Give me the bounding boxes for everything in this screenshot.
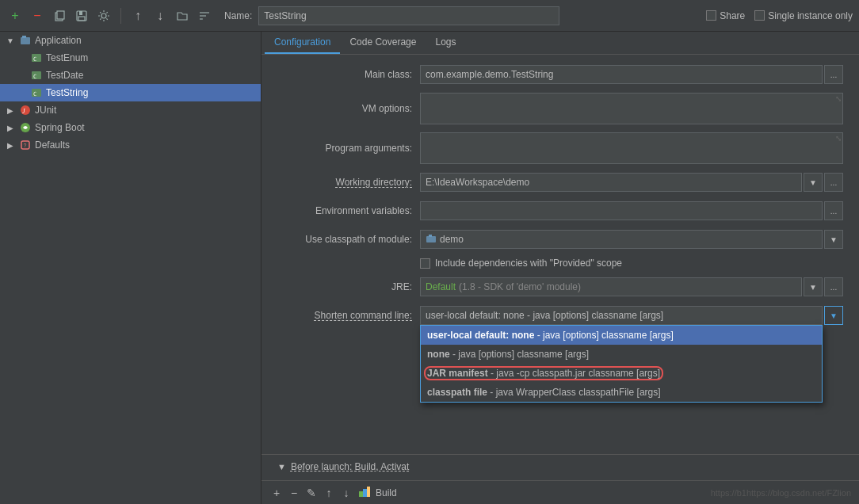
- svg-rect-10: [22, 36, 26, 38]
- main-class-label: Main class:: [277, 69, 420, 80]
- svg-rect-23: [429, 235, 432, 237]
- right-panel: Configuration Code Coverage Logs Main cl…: [262, 32, 859, 504]
- option-none-text: none - java [options] classname [args]: [427, 349, 589, 360]
- share-checkbox[interactable]: [706, 10, 716, 21]
- collapse-icon[interactable]: ⤡: [835, 94, 842, 103]
- shorten-cmd-popup: user-local default: none - java [options…: [420, 325, 823, 403]
- single-instance-label[interactable]: Single instance only: [754, 10, 853, 21]
- working-dir-label: Working directory:: [277, 177, 420, 188]
- include-deps-row: Include dependencies with "Provided" sco…: [277, 258, 843, 269]
- sidebar-item-application[interactable]: ▼ Application: [0, 32, 261, 49]
- test-string-label: TestString: [46, 87, 88, 98]
- main-class-row: Main class: ...: [277, 64, 843, 85]
- svg-rect-1: [57, 11, 64, 19]
- expand-arrow-junit[interactable]: ▶: [5, 105, 16, 116]
- config-form: Main class: ... VM options: ⤡ Program ar…: [262, 55, 859, 454]
- build-icon: [358, 485, 371, 500]
- tabs-bar: Configuration Code Coverage Logs: [262, 32, 859, 55]
- share-label[interactable]: Share: [706, 10, 745, 21]
- collapse-icon-2[interactable]: ⤡: [835, 134, 842, 143]
- jre-wrapper: Default (1.8 - SDK of 'demo' module) ▼ .…: [420, 277, 843, 296]
- main-class-field-wrapper: ...: [420, 65, 843, 84]
- vm-options-input[interactable]: [420, 93, 843, 124]
- sidebar-item-test-date[interactable]: ▶ C TestDate: [0, 67, 261, 84]
- bottom-bar: + − ✎ ↑ ↓ Build https://b1https://blog.c…: [262, 480, 859, 504]
- watermark: https://b1https://blog.csdn.net/FZlion: [711, 488, 851, 498]
- option-none[interactable]: none - java [options] classname [args]: [421, 345, 822, 364]
- toolbar: + − ↑ ↓ Name: Share Single instance only: [0, 0, 859, 32]
- single-instance-checkbox[interactable]: [754, 10, 765, 21]
- env-vars-browse-btn[interactable]: ...: [824, 201, 843, 220]
- shorten-cmd-label: Shorten command line:: [277, 310, 420, 321]
- program-args-row: Program arguments: ⤡: [277, 132, 843, 164]
- add-launch-btn[interactable]: +: [269, 486, 284, 500]
- main-class-input[interactable]: [420, 65, 823, 84]
- env-vars-input[interactable]: [420, 201, 823, 220]
- working-dir-input[interactable]: [420, 173, 802, 192]
- classpath-dropdown-btn[interactable]: ▼: [824, 230, 843, 249]
- tab-configuration[interactable]: Configuration: [265, 32, 340, 54]
- expand-arrow-spring[interactable]: ▶: [5, 122, 16, 133]
- jre-dropdown-btn[interactable]: ▼: [804, 277, 823, 296]
- jre-field: Default (1.8 - SDK of 'demo' module): [420, 277, 802, 296]
- settings-button[interactable]: [95, 7, 113, 25]
- down-button[interactable]: ↓: [151, 7, 169, 25]
- down-launch-btn[interactable]: ↓: [339, 486, 353, 500]
- vm-options-row: VM options: ⤡: [277, 93, 843, 124]
- tab-code-coverage[interactable]: Code Coverage: [340, 32, 426, 54]
- save-button[interactable]: [73, 7, 90, 25]
- name-input[interactable]: [258, 6, 559, 25]
- option-user-local[interactable]: user-local default: none - java [options…: [421, 326, 822, 345]
- separator: [120, 8, 121, 24]
- option-classpath-file[interactable]: classpath file - java WrapperClass class…: [421, 383, 822, 402]
- before-toolbar: + − ✎ ↑ ↓: [269, 486, 353, 500]
- sort-button[interactable]: [196, 7, 213, 25]
- sidebar-item-junit[interactable]: ▶ J JUnit: [0, 101, 261, 119]
- defaults-icon: ?: [19, 139, 32, 151]
- sidebar-item-test-enum[interactable]: ▶ C TestEnum: [0, 49, 261, 67]
- shorten-cmd-dropdown: user-local default: none - java [options…: [420, 306, 823, 325]
- option-jar-manifest[interactable]: JAR manifest - java -cp classpath.jar cl…: [421, 364, 822, 383]
- sidebar-item-defaults[interactable]: ▶ ? Defaults: [0, 136, 261, 154]
- svg-text:C: C: [33, 91, 36, 97]
- main-class-browse-btn[interactable]: ...: [824, 65, 843, 84]
- collapse-triangle[interactable]: ▼: [277, 462, 286, 472]
- folder-button[interactable]: [174, 7, 191, 25]
- sidebar-item-spring-boot[interactable]: ▶ Spring Boot: [0, 119, 261, 136]
- sidebar-item-test-string[interactable]: ▶ C TestString: [0, 84, 261, 101]
- env-vars-label: Environment variables:: [277, 205, 420, 216]
- svg-rect-4: [78, 17, 85, 21]
- tab-logs[interactable]: Logs: [426, 32, 465, 54]
- edit-launch-btn[interactable]: ✎: [304, 486, 319, 500]
- remove-launch-btn[interactable]: −: [287, 486, 301, 500]
- test-enum-icon: C: [30, 52, 43, 64]
- name-section: Name:: [224, 6, 559, 25]
- before-launch-section: ▼ Before launch: Build, Activat: [262, 454, 859, 480]
- program-args-input[interactable]: [420, 132, 843, 164]
- expand-arrow-defaults[interactable]: ▶: [5, 139, 16, 151]
- application-label: Application: [35, 35, 82, 46]
- vm-options-wrapper: ⤡: [420, 93, 843, 124]
- before-launch-label: Before launch: Build, Activat: [291, 461, 409, 472]
- shorten-cmd-value: user-local default: none - java [options…: [426, 310, 663, 321]
- spring-boot-label: Spring Boot: [35, 122, 85, 133]
- jre-label: JRE:: [277, 281, 420, 292]
- jre-suffix: (1.8 - SDK of 'demo' module): [459, 281, 581, 292]
- working-dir-browse-btn[interactable]: ...: [824, 173, 843, 192]
- expand-arrow-application[interactable]: ▼: [5, 35, 16, 46]
- defaults-label: Defaults: [35, 139, 70, 151]
- vm-options-label: VM options:: [277, 103, 420, 114]
- remove-button[interactable]: −: [29, 7, 46, 25]
- up-launch-btn[interactable]: ↑: [322, 486, 336, 500]
- jre-row: JRE: Default (1.8 - SDK of 'demo' module…: [277, 277, 843, 297]
- include-deps-checkbox[interactable]: [420, 258, 430, 269]
- build-label: Build: [376, 487, 397, 498]
- working-dir-dropdown-btn[interactable]: ▼: [804, 173, 823, 192]
- shorten-cmd-selected[interactable]: user-local default: none - java [options…: [420, 306, 823, 325]
- option-classpath-file-text: classpath file - java WrapperClass class…: [427, 387, 661, 398]
- up-button[interactable]: ↑: [129, 7, 147, 25]
- shorten-cmd-dropdown-btn[interactable]: ▼: [824, 306, 843, 325]
- copy-button[interactable]: [51, 7, 68, 25]
- jre-browse-btn[interactable]: ...: [824, 277, 843, 296]
- add-button[interactable]: +: [6, 7, 24, 25]
